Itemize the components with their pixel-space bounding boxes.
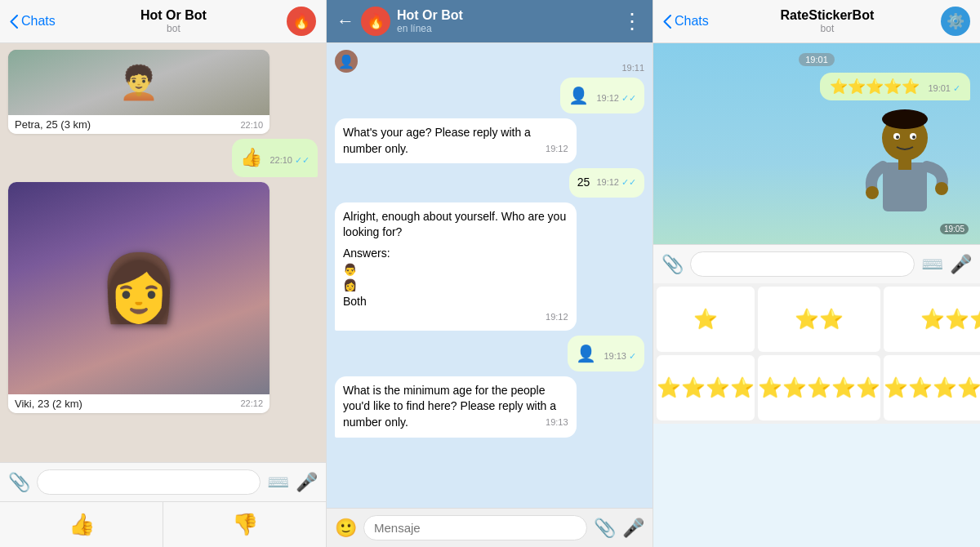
thumbs-up-bubble: 👍 22:10 ✓✓ <box>232 139 318 177</box>
back-button-p3[interactable]: Chats <box>663 14 709 29</box>
paperclip-icon-p1[interactable]: 📎 <box>8 472 30 493</box>
svg-rect-7 <box>898 158 911 170</box>
bot-avatar-small: 👤 <box>335 50 358 73</box>
panel3-title: RateStickerBot <box>714 8 941 23</box>
stars-time: 19:01 ✓ <box>928 83 960 93</box>
alright-bubble: Alright, enough about yourself. Who are … <box>335 202 577 331</box>
back-button-p1[interactable]: Chats <box>10 14 56 29</box>
panel-2: ← 🔥 Hot Or Bot en línea ⋮ 👤 19:11 👤 19:1… <box>327 0 653 547</box>
keyboard-icon-p3[interactable]: ⌨️ <box>921 254 943 275</box>
stars-text: ⭐⭐⭐⭐⭐ <box>830 78 920 95</box>
msg-alright: Alright, enough about yourself. Who are … <box>335 202 644 331</box>
petra-image: 🧑‍🦱 <box>8 50 270 115</box>
back-label-p1: Chats <box>21 14 56 29</box>
outgoing-25-bubble: 25 19:12 ✓✓ <box>569 168 644 198</box>
panel1-title: Hot Or Bot <box>60 8 287 23</box>
panel2-chat-body: 👤 19:11 👤 19:12 ✓✓ What's your age? Plea… <box>327 43 653 508</box>
msg-min-age: What is the minimum age for the people y… <box>335 376 644 438</box>
more-icon-p2[interactable]: ⋮ <box>621 9 643 34</box>
viki-image: 👩 <box>8 182 270 394</box>
answer-man: 👨 <box>343 262 568 278</box>
panel1-header: Chats Hot Or Bot bot 🔥 <box>0 0 326 43</box>
panel3-header-center: RateStickerBot bot <box>714 8 941 34</box>
thumbs-down-vote[interactable]: 👎 <box>163 502 326 547</box>
panel2-subtitle: en línea <box>397 23 621 34</box>
age-question-text: What's your age? Please reply with a num… <box>343 126 531 155</box>
time-badge: 19:01 <box>799 53 835 66</box>
panel1-subtitle: bot <box>60 23 287 34</box>
panel2-header-center: Hot Or Bot en línea <box>397 8 621 34</box>
petra-label: Petra, 25 (3 km) <box>15 118 91 131</box>
person-sticker-svg <box>852 109 958 232</box>
age-question-bubble: What's your age? Please reply with a num… <box>335 118 577 163</box>
back-arrow-p2[interactable]: ← <box>336 11 354 32</box>
message-input-p1[interactable] <box>37 469 261 495</box>
panel-1: Chats Hot Or Bot bot 🔥 🧑‍🦱 Petra, 25 (3 … <box>0 0 327 547</box>
sticker-5star[interactable]: ⭐⭐⭐⭐⭐ <box>758 355 880 420</box>
sticker-6star[interactable]: ⭐⭐⭐⭐⭐⭐ <box>884 355 980 420</box>
panel1-bottom-bar: 📎 ⌨️ 🎤 <box>0 462 326 501</box>
sticker-background-area: 19:01 ⭐⭐⭐⭐⭐ 19:01 ✓ <box>653 43 980 244</box>
sticker-4star[interactable]: ⭐⭐⭐⭐ <box>657 355 755 420</box>
time-badge-container: 19:01 <box>663 50 970 69</box>
msg-outgoing-avatar: 👤 19:12 ✓✓ <box>335 78 644 113</box>
viki-time: 22:12 <box>240 398 263 408</box>
panel2-header: ← 🔥 Hot Or Bot en línea ⋮ <box>327 0 653 43</box>
answers-section: Answers: 👨 👩 Both <box>343 246 568 309</box>
panel1-chat-body: 🧑‍🦱 Petra, 25 (3 km) 22:10 👍 22:10 ✓✓ 👩 … <box>0 43 326 462</box>
panel1-header-center: Hot Or Bot bot <box>60 8 287 34</box>
sticker-3star[interactable]: ⭐⭐⭐ <box>884 287 980 352</box>
svg-point-9 <box>935 182 948 195</box>
panel3-avatar: ⚙️ <box>941 7 970 36</box>
message-input-p2[interactable] <box>363 515 587 540</box>
sticker-2star[interactable]: ⭐⭐ <box>758 287 880 352</box>
vote-row: 👍 👎 <box>0 501 326 547</box>
panel3-bottom-bar: 📎 ⌨️ 🎤 <box>653 244 980 283</box>
panel1-avatar: 🔥 <box>287 7 316 36</box>
sticker-1star[interactable]: ⭐ <box>657 287 755 352</box>
outgoing-avatar2-bubble: 👤 19:13 ✓ <box>568 336 644 371</box>
svg-point-4 <box>896 136 899 139</box>
thumbs-up-vote[interactable]: 👍 <box>0 502 163 547</box>
sticker-figure: 19:05 <box>840 105 970 236</box>
mic-icon-p3[interactable]: 🎤 <box>950 254 972 275</box>
svg-point-8 <box>866 186 879 199</box>
paperclip-icon-p2[interactable]: 📎 <box>594 518 616 539</box>
back-label-p3: Chats <box>675 14 709 29</box>
sticker-time: 19:05 <box>940 224 969 234</box>
thumbs-up-emoji: 👍 <box>240 147 262 167</box>
petra-time: 22:10 <box>240 120 263 130</box>
svg-point-1 <box>882 109 928 129</box>
sticker-emoji <box>840 105 970 236</box>
keyboard-icon-p1[interactable]: ⌨️ <box>267 472 289 493</box>
panel-3: Chats RateStickerBot bot ⚙️ 19:01 ⭐⭐⭐⭐⭐ … <box>653 0 980 547</box>
thumbs-up-message: 👍 22:10 ✓✓ <box>8 139 318 177</box>
outgoing-avatar-bubble: 👤 19:12 ✓✓ <box>560 78 644 113</box>
stars-outgoing-bubble: ⭐⭐⭐⭐⭐ 19:01 ✓ <box>820 73 970 100</box>
emoji-icon-p2[interactable]: 🙂 <box>335 518 357 539</box>
panel2-avatar: 🔥 <box>361 7 390 36</box>
message-input-p3[interactable] <box>690 251 915 277</box>
min-age-text: What is the minimum age for the people y… <box>343 384 556 429</box>
msg-25: 25 19:12 ✓✓ <box>335 168 644 198</box>
mic-icon-p1[interactable]: 🎤 <box>296 472 318 493</box>
outgoing-25-text: 25 <box>577 176 590 189</box>
panel2-title: Hot Or Bot <box>397 8 621 23</box>
min-age-bubble: What is the minimum age for the people y… <box>335 376 577 438</box>
msg-avatar-incoming: 👤 19:11 <box>335 50 644 73</box>
mic-icon-p2[interactable]: 🎤 <box>622 518 644 539</box>
msg-age-question: What's your age? Please reply with a num… <box>335 118 644 163</box>
panel3-subtitle: bot <box>714 23 941 34</box>
alright-text: Alright, enough about yourself. Who are … <box>343 209 568 241</box>
msg-outgoing-avatar2: 👤 19:13 ✓ <box>335 336 644 371</box>
svg-point-5 <box>912 136 915 139</box>
petra-card: 🧑‍🦱 Petra, 25 (3 km) 22:10 <box>8 50 270 134</box>
sticker-grid: ⭐ ⭐⭐ ⭐⭐⭐ ⭐⭐⭐⭐ ⭐⭐⭐⭐⭐ ⭐⭐⭐⭐⭐⭐ <box>653 283 980 424</box>
panel2-bottom-bar: 🙂 📎 🎤 <box>327 508 653 547</box>
viki-label: Viki, 23 (2 km) <box>15 398 82 410</box>
thumbs-up-time: 22:10 ✓✓ <box>270 155 310 165</box>
sticker-figure-row: 19:05 <box>663 105 970 236</box>
stars-outgoing-row: ⭐⭐⭐⭐⭐ 19:01 ✓ <box>663 73 970 100</box>
answer-both: Both <box>343 294 568 310</box>
paperclip-icon-p3[interactable]: 📎 <box>662 254 684 275</box>
